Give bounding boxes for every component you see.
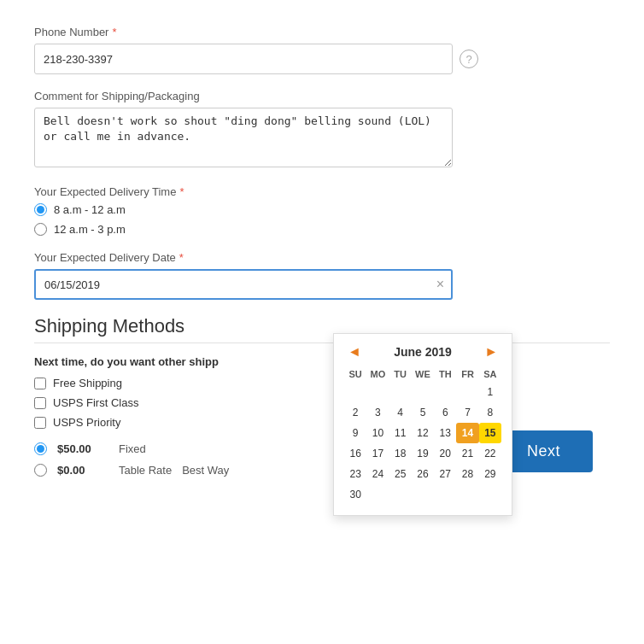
cal-header-mo: MO	[366, 366, 389, 382]
calendar-day-empty	[366, 382, 389, 402]
shipping-radio-2[interactable]	[34, 464, 47, 477]
calendar-day-empty	[344, 382, 366, 402]
calendar-day-30[interactable]: 30	[344, 484, 366, 505]
calendar-month: June	[394, 345, 422, 359]
calendar-day-12[interactable]: 12	[412, 423, 434, 443]
shipping-checkbox-usps-first[interactable]: USPS First Class	[34, 396, 610, 409]
checkbox-usps-priority[interactable]	[34, 417, 46, 429]
calendar-week-0: 1	[344, 382, 501, 402]
calendar-day-14[interactable]: 14	[456, 423, 478, 443]
calendar-day-empty	[412, 484, 434, 505]
shipping-radio-1[interactable]	[34, 442, 47, 455]
calendar-week-2: 9101112131415	[344, 423, 501, 443]
calendar-day-7[interactable]: 7	[456, 402, 478, 423]
delivery-date-label: Your Expected Delivery Date *	[34, 251, 610, 264]
calendar-day-19[interactable]: 19	[412, 443, 434, 464]
delivery-time-option-2[interactable]: 12 a.m - 3 p.m	[34, 223, 610, 236]
usps-first-label: USPS First Class	[53, 396, 138, 409]
shipping-type-1: Fixed	[119, 442, 170, 455]
calendar-day-29[interactable]: 29	[479, 464, 501, 484]
calendar-day-5[interactable]: 5	[412, 402, 434, 423]
calendar-day-6[interactable]: 6	[434, 402, 456, 423]
delivery-time-label-2: 12 a.m - 3 p.m	[54, 223, 126, 236]
free-shipping-label: Free Shipping	[53, 377, 122, 389]
calendar-day-empty	[456, 484, 478, 505]
calendar-week-5: 30	[344, 484, 501, 505]
calendar-grid: SU MO TU WE TH FR SA 1234567891011121314…	[344, 366, 501, 505]
shipping-price-2: $0.00	[57, 464, 108, 477]
calendar-day-22[interactable]: 22	[479, 443, 501, 464]
calendar-day-empty	[434, 382, 456, 402]
delivery-time-label-1: 8 a.m - 12 a.m	[54, 203, 126, 216]
calendar-day-empty	[366, 484, 389, 505]
cal-header-sa: SA	[479, 366, 501, 382]
calendar-body: 1234567891011121314151617181920212223242…	[344, 382, 501, 505]
delivery-time-group: Your Expected Delivery Time * 8 a.m - 12…	[34, 185, 610, 236]
clear-icon[interactable]: ×	[436, 278, 444, 291]
phone-input[interactable]	[34, 44, 453, 74]
calendar-day-17[interactable]: 17	[366, 443, 389, 464]
phone-input-wrapper: ?	[34, 44, 610, 74]
delivery-time-label: Your Expected Delivery Time *	[34, 185, 610, 198]
cal-header-su: SU	[344, 366, 366, 382]
calendar-day-26[interactable]: 26	[412, 464, 434, 484]
phone-required-star: *	[112, 26, 116, 38]
help-icon[interactable]: ?	[460, 50, 478, 68]
comment-input[interactable]: Bell doesn't work so shout "ding dong" b…	[34, 108, 453, 167]
next-month-button[interactable]: ►	[481, 344, 501, 360]
calendar-day-8[interactable]: 8	[479, 402, 501, 423]
delivery-time-radio-1[interactable]	[34, 203, 47, 216]
calendar-day-empty	[456, 382, 478, 402]
calendar-days-header-row: SU MO TU WE TH FR SA	[344, 366, 501, 382]
delivery-time-option-1[interactable]: 8 a.m - 12 a.m	[34, 203, 610, 216]
calendar-day-28[interactable]: 28	[456, 464, 478, 484]
delivery-time-radio-group: 8 a.m - 12 a.m 12 a.m - 3 p.m	[34, 203, 610, 236]
shipping-checkbox-group: Free Shipping USPS First Class USPS Prio…	[34, 377, 610, 429]
calendar-popup: ◄ June 2019 ► SU MO TU WE TH FR SA 12345…	[333, 333, 512, 516]
delivery-date-group: Your Expected Delivery Date * ×	[34, 251, 610, 300]
calendar-day-empty	[434, 484, 456, 505]
shipping-checkbox-free[interactable]: Free Shipping	[34, 377, 610, 389]
checkbox-usps-first[interactable]	[34, 397, 46, 409]
delivery-time-radio-2[interactable]	[34, 223, 47, 236]
shipping-price-1: $50.00	[57, 442, 108, 455]
calendar-day-9[interactable]: 9	[344, 423, 366, 443]
calendar-day-23[interactable]: 23	[344, 464, 366, 484]
calendar-day-4[interactable]: 4	[389, 402, 412, 423]
calendar-day-3[interactable]: 3	[366, 402, 389, 423]
calendar-year: 2019	[425, 345, 452, 359]
calendar-day-25[interactable]: 25	[389, 464, 412, 484]
calendar-day-10[interactable]: 10	[366, 423, 389, 443]
calendar-day-15[interactable]: 15	[479, 423, 501, 443]
calendar-day-empty	[389, 484, 412, 505]
calendar-day-2[interactable]: 2	[344, 402, 366, 423]
calendar-day-21[interactable]: 21	[456, 443, 478, 464]
delivery-date-required-star: *	[179, 251, 184, 264]
calendar-day-empty	[479, 484, 501, 505]
prev-month-button[interactable]: ◄	[344, 344, 365, 360]
calendar-day-1[interactable]: 1	[479, 382, 501, 402]
delivery-time-label-text: Your Expected Delivery Time	[34, 185, 176, 198]
calendar-week-4: 23242526272829	[344, 464, 501, 484]
checkbox-free-shipping[interactable]	[34, 378, 46, 389]
cal-header-fr: FR	[456, 366, 478, 382]
calendar-week-1: 2345678	[344, 402, 501, 423]
comment-label-text: Comment for Shipping/Packaging	[34, 90, 200, 102]
date-input[interactable]	[34, 269, 453, 300]
calendar-day-20[interactable]: 20	[434, 443, 456, 464]
calendar-day-27[interactable]: 27	[434, 464, 456, 484]
calendar-day-11[interactable]: 11	[389, 423, 412, 443]
shipping-question-text: Next time, do you want other shipp	[34, 355, 219, 368]
usps-priority-label: USPS Priority	[53, 416, 120, 429]
phone-label-text: Phone Number	[34, 26, 108, 38]
shipping-checkbox-usps-priority[interactable]: USPS Priority	[34, 416, 610, 429]
calendar-day-empty	[389, 382, 412, 402]
delivery-date-label-text: Your Expected Delivery Date	[34, 251, 176, 264]
calendar-day-16[interactable]: 16	[344, 443, 366, 464]
calendar-day-24[interactable]: 24	[366, 464, 389, 484]
calendar-day-13[interactable]: 13	[434, 423, 456, 443]
comment-field-group: Comment for Shipping/Packaging Bell does…	[34, 90, 610, 170]
calendar-day-18[interactable]: 18	[389, 443, 412, 464]
shipping-type-2: Table Rate	[119, 464, 172, 477]
cal-header-we: WE	[412, 366, 434, 382]
